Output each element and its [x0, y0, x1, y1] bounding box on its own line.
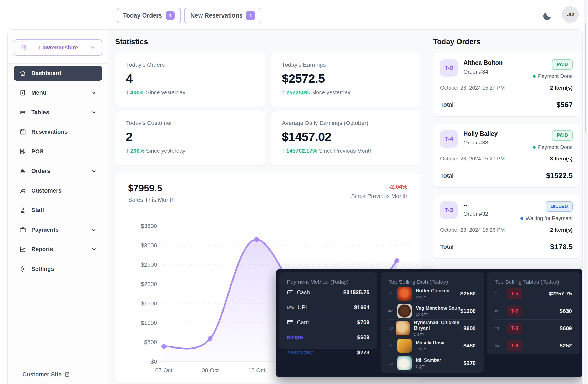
- dish-qty: 2 QTY: [414, 333, 463, 336]
- order-date: October 23, 2024 15:27 PM: [440, 85, 505, 91]
- dark-mode-toggle[interactable]: [542, 11, 553, 22]
- dish-photo: [396, 321, 410, 335]
- menu-book-icon: [19, 89, 26, 96]
- today-orders-button[interactable]: Today Orders 4: [117, 8, 181, 23]
- table-number-badge: T-8: [507, 323, 522, 334]
- staff-icon: [19, 207, 26, 214]
- chevron-down-icon: [91, 110, 97, 115]
- sidebar-item-staff[interactable]: Staff: [14, 203, 102, 218]
- stat-value: 4: [126, 71, 254, 86]
- sidebar-item-orders[interactable]: Orders: [14, 163, 102, 179]
- arrow-up-icon: ↑: [282, 148, 285, 154]
- rank-label: #3: [495, 326, 504, 330]
- chevron-down-icon: [91, 90, 97, 96]
- dish-row: #2 Veg Manchow Soup10 QTY $1200: [388, 302, 476, 320]
- sidebar-item-settings[interactable]: Settings: [14, 261, 102, 277]
- sidebar-item-reports[interactable]: Reports: [14, 242, 102, 257]
- statistics-title: Statistics: [115, 38, 148, 46]
- payment-state: Payment Done: [538, 144, 573, 150]
- location-selector[interactable]: Lawrenceshire: [14, 39, 102, 56]
- dish-name: Idli Sambar: [416, 357, 441, 363]
- stat-value: $2572.5: [282, 71, 409, 86]
- sidebar-item-menu[interactable]: Menu: [14, 85, 102, 100]
- divider: [440, 238, 573, 238]
- sidebar-item-label: Reservations: [31, 128, 68, 135]
- customer-site-link[interactable]: Customer Site: [22, 371, 70, 378]
- total-amount: $567: [556, 101, 573, 109]
- payment-method-title: Payment Method (Today): [287, 279, 369, 285]
- table-badge: T-3: [440, 201, 458, 219]
- customer-name: Holly Bailey: [463, 130, 498, 137]
- sidebar-item-reservations[interactable]: Reservations: [14, 124, 102, 139]
- order-card[interactable]: T-3 -- Order #32 BILLED Waiting for Paym…: [433, 195, 580, 259]
- svg-text:$1000: $1000: [141, 320, 157, 326]
- location-name: Lawrenceshire: [27, 44, 90, 51]
- order-date: October 23, 2024 15:27 PM: [440, 156, 505, 162]
- order-items: 2 Item(s): [550, 85, 573, 91]
- sidebar-item-payments[interactable]: Payments: [14, 222, 102, 237]
- sidebar-item-label: Settings: [31, 266, 54, 272]
- table-row: #4 T-6 $252: [495, 337, 572, 354]
- page-scrollbar[interactable]: [584, 0, 587, 384]
- order-card[interactable]: T-9 Althea Bolton Order #34 PAID Payment…: [433, 53, 580, 117]
- stat-label: Today's Orders: [126, 61, 254, 68]
- report-chart-icon: [19, 246, 26, 253]
- rank-label: #2: [388, 309, 397, 313]
- today-orders-title: Today Orders: [433, 38, 480, 46]
- top-dishes-title: Top Selling Dish (Today): [388, 279, 476, 285]
- table-row: #1 T-5 $2257.75: [495, 285, 572, 302]
- sales-total: $7959.5: [128, 183, 175, 194]
- dish-row: #1 Butter Chicken8 QTY $2560: [388, 285, 476, 302]
- sidebar-item-label: Customers: [31, 187, 62, 194]
- payment-amount: $1664: [354, 304, 369, 310]
- stat-value: 2: [126, 130, 254, 144]
- sidebar-item-label: Tables: [31, 109, 49, 116]
- calendar-check-icon: [19, 128, 26, 135]
- sidebar-item-dashboard[interactable]: Dashboard: [14, 66, 102, 81]
- svg-text:$2500: $2500: [141, 261, 157, 268]
- arrow-down-icon: ↓: [384, 183, 389, 190]
- table-number-badge: T-6: [507, 340, 522, 351]
- stat-delta-period: Since Previous Month: [319, 148, 372, 154]
- stat-card-todays-earnings: Today's Earnings $2572.5 ↑257250%Since y…: [271, 53, 420, 107]
- user-avatar[interactable]: JD: [562, 6, 579, 23]
- order-items: 3 Item(s): [550, 155, 573, 162]
- scrollbar-thumb[interactable]: [585, 23, 586, 133]
- sidebar-item-customers[interactable]: Customers: [14, 183, 102, 198]
- sidebar-item-label: Orders: [31, 168, 50, 174]
- dish-name: Butter Chicken: [416, 288, 449, 294]
- dish-row: #5 Idli Sambar3 QTY $270: [388, 354, 476, 372]
- dish-photo: [397, 304, 412, 318]
- dish-amount: $480: [463, 343, 476, 349]
- banknote-icon: [287, 289, 294, 296]
- new-reservations-button[interactable]: New Reservations 1: [184, 8, 261, 23]
- payment-amount: $31535.75: [343, 289, 369, 295]
- table-number-badge: T-7: [507, 305, 522, 316]
- dish-name: Hyderabadi Chicken Biryani: [414, 320, 463, 331]
- sidebar-item-tables[interactable]: Tables: [14, 105, 102, 120]
- stat-label: Average Daily Earnings (October): [282, 120, 409, 127]
- table-row: #2 T-7 $630: [495, 302, 572, 320]
- top-selling-dish-panel: Top Selling Dish (Today) #1 Butter Chick…: [381, 272, 484, 373]
- pos-terminal-icon: [19, 148, 26, 155]
- rank-label: #3: [388, 326, 396, 330]
- payment-row-razorpay: ⚡Razorpay $273: [287, 345, 369, 360]
- dish-name: Masala Dosa: [416, 340, 444, 346]
- table-amount: $252: [560, 343, 572, 349]
- moon-icon: [542, 11, 553, 22]
- dish-qty: 8 QTY: [416, 295, 449, 299]
- payment-method-name: Cash: [297, 289, 310, 295]
- total-amount: $178.5: [550, 243, 573, 251]
- gear-icon: [19, 266, 26, 272]
- sales-delta: -2.64%: [389, 183, 407, 190]
- divider: [440, 96, 573, 96]
- payment-method-panel: Payment Method (Today) Cash $31535.75 UP…: [279, 272, 377, 349]
- stat-card-average-daily-earnings: Average Daily Earnings (October) $1457.0…: [271, 111, 420, 165]
- svg-text:13 Oct: 13 Oct: [248, 367, 265, 373]
- rank-label: #5: [388, 361, 397, 365]
- order-card[interactable]: T-4 Holly Bailey Order #33 PAID Payment …: [433, 124, 580, 188]
- sidebar-item-label: Staff: [31, 207, 44, 214]
- sidebar-item-pos[interactable]: POS: [14, 144, 102, 159]
- table-amount: $630: [560, 308, 572, 314]
- stat-delta-period: Since yesterday: [146, 148, 185, 154]
